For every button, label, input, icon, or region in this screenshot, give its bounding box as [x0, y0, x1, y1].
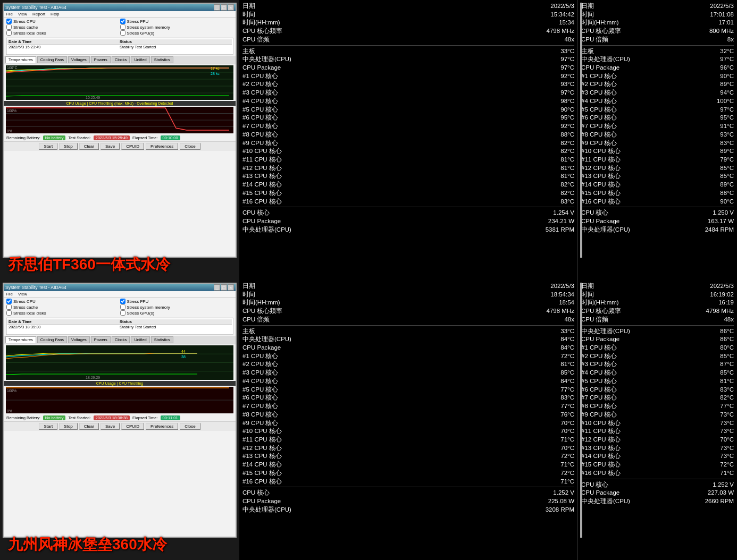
win-title-tr: System Stability Test - AIDA64 _ □ ×: [581, 4, 582, 26]
graph-hdr-tl: CPU Usage | CPU Throttling (max: MHz) - …: [4, 101, 236, 106]
win-checks-tl: Stress CPU Stress FPU Stress cache Stres…: [4, 18, 236, 37]
data-row-cpumult: CPU 倍频 48x: [242, 36, 574, 44]
win-battery-tl: Remaining Battery: No battery Test Start…: [4, 134, 236, 141]
svg-text:100%: 100%: [7, 109, 16, 113]
svg-text:18:29:29: 18:29:29: [86, 376, 100, 379]
pref-btn-tl[interactable]: Preferences: [146, 143, 178, 150]
svg-text:38: 38: [181, 355, 186, 359]
label-bl: 九州风神冰堡垒360水冷: [8, 534, 167, 555]
aida-window-tr: System Stability Test - AIDA64 _ □ × Fil…: [580, 3, 582, 258]
svg-text:0%: 0%: [7, 409, 12, 413]
quadrant-top-right: System Stability Test - AIDA64 _ □ × Fil…: [577, 0, 737, 280]
graph-cpu-tl: 100% 0%: [6, 107, 233, 133]
win-close-tl[interactable]: ×: [228, 4, 234, 11]
graph-temp-tl: 100°C 0°C: [6, 65, 233, 100]
data-row-mb: 主板 33°C: [242, 47, 574, 55]
win-title-tl: System Stability Test - AIDA64 _ □ ×: [4, 4, 236, 11]
quadrant-bottom-center: 日期2022/5/3 时间18:54:34 时间(HH:mm)18:54 CPU…: [239, 280, 577, 560]
stop-btn-tl[interactable]: Stop: [59, 143, 77, 150]
data-panel-top: 日期 2022/5/3 时间 15:34:42 时间(HH:mm) 15:34 …: [239, 0, 577, 280]
data-row-cpu-pkg: CPU Package 97°C: [242, 64, 574, 72]
quadrant-bottom-right: System Stability Test - AIDA64 _ □ × Fil…: [577, 280, 737, 560]
win-maximize-tl[interactable]: □: [221, 4, 227, 11]
start-btn-tl[interactable]: Start: [39, 143, 57, 150]
aida-window-tl: System Stability Test - AIDA64 _ □ × Fil…: [3, 3, 237, 258]
clear-btn-tl[interactable]: Clear: [79, 143, 99, 150]
svg-text:44: 44: [181, 350, 186, 353]
svg-text:0%: 0%: [7, 129, 12, 133]
svg-text:28 kc: 28 kc: [211, 72, 220, 75]
save-btn-tl[interactable]: Save: [100, 143, 120, 150]
aida-window-br: System Stability Test - AIDA64 _ □ × Fil…: [580, 283, 582, 538]
win-menu-tl: FileViewReportHelp: [4, 11, 236, 18]
win-minimize-tl[interactable]: _: [214, 4, 220, 11]
win-title-text-tl: System Stability Test - AIDA64: [5, 5, 66, 10]
data-row-hhmm: 时间(HH:mm) 15:34: [242, 19, 574, 27]
svg-text:100%: 100%: [7, 389, 16, 393]
svg-text:15:25:49: 15:25:49: [86, 96, 100, 99]
data-row-cpufreq: CPU 核心频率 4798 MHz: [242, 27, 574, 35]
close-btn-tl[interactable]: Close: [180, 143, 200, 150]
svg-text:17 kc: 17 kc: [211, 66, 220, 70]
quadrant-top-left: System Stability Test - AIDA64 _ □ × Fil…: [0, 0, 239, 280]
quadrant-bottom-left: System Stability Test - AIDA64 _ □ × Fil…: [0, 280, 239, 560]
data-row-cpu-temp: 中央处理器(CPU) 97°C: [242, 55, 574, 63]
cpuid-btn-tl[interactable]: CPUID: [121, 143, 144, 150]
win-log-tl: Date & TimeStatus 2022/5/3 15:23:49Stabi…: [6, 38, 233, 55]
win-controls-tl[interactable]: _ □ ×: [214, 4, 234, 11]
win-footer-tl: Start Stop Clear Save CPUID Preferences …: [4, 141, 236, 151]
data-row-time: 时间 15:34:42: [242, 11, 574, 19]
win-tabs-tl: Temperatures Cooling Fans Voltages Power…: [4, 56, 236, 64]
quadrant-top-center: 日期 2022/5/3 时间 15:34:42 时间(HH:mm) 15:34 …: [239, 0, 577, 280]
aida-window-bl: System Stability Test - AIDA64 _ □ × Fil…: [3, 283, 237, 538]
data-panel-top-right: 日期2022/5/3 时间17:01:08 时间(HH:mm)17:01 CPU…: [577, 0, 737, 280]
data-panel-bottom-right: 日期2022/5/3 时间16:19:02 时间(HH:mm)16:19 CPU…: [577, 280, 737, 560]
data-row-date: 日期 2022/5/3: [242, 2, 574, 10]
label-tl: 乔思伯TF360一体式水冷: [8, 254, 170, 275]
data-panel-bottom: 日期2022/5/3 时间18:54:34 时间(HH:mm)18:54 CPU…: [239, 280, 577, 560]
